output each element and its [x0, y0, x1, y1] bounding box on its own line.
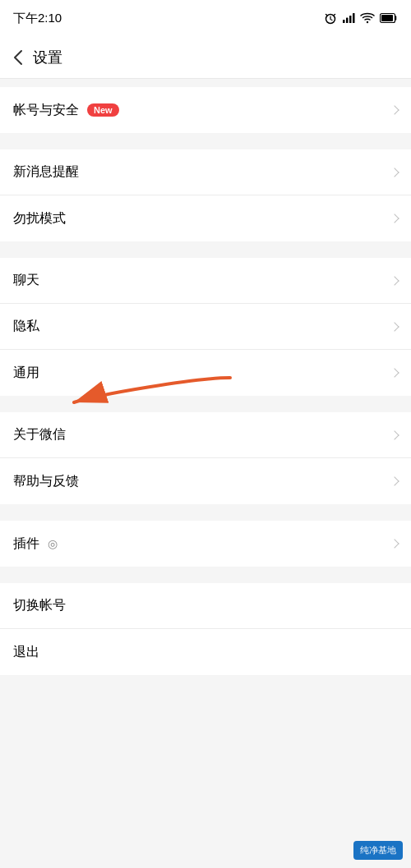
menu-item-general[interactable]: 通用: [0, 350, 411, 396]
chevron-right-icon: [390, 476, 399, 485]
watermark-text: 纯净基地: [360, 845, 396, 855]
privacy-label: 隐私: [13, 318, 39, 335]
menu-item-privacy[interactable]: 隐私: [0, 304, 411, 350]
back-button[interactable]: [13, 49, 23, 66]
chevron-right-icon: [390, 105, 399, 114]
chevron-right-icon: [390, 276, 399, 285]
chevron-right-icon: [390, 539, 399, 548]
page-title: 设置: [33, 48, 62, 67]
back-chevron-icon: [13, 49, 23, 66]
divider-1: [0, 133, 411, 141]
menu-item-account-security[interactable]: 帐号与安全 New: [0, 87, 411, 133]
svg-rect-7: [381, 15, 393, 21]
new-badge: New: [87, 103, 119, 117]
menu-item-help-feedback[interactable]: 帮助与反馈: [0, 458, 411, 504]
about-wechat-label: 关于微信: [13, 426, 66, 443]
menu-item-logout[interactable]: 退出: [0, 629, 411, 675]
alarm-icon: [324, 11, 337, 25]
status-time: 下午2:10: [13, 11, 62, 26]
menu-item-new-message-notify[interactable]: 新消息提醒: [0, 149, 411, 195]
section-account: 帐号与安全 New: [0, 87, 411, 133]
chevron-right-icon: [390, 430, 399, 439]
logout-label: 退出: [13, 644, 39, 661]
chat-label: 聊天: [13, 272, 39, 289]
general-label: 通用: [13, 365, 39, 382]
battery-icon: [380, 12, 398, 24]
divider-4: [0, 504, 411, 512]
status-bar: 下午2:10: [0, 0, 411, 36]
section-notifications: 新消息提醒 勿扰模式: [0, 149, 411, 241]
help-feedback-label: 帮助与反馈: [13, 473, 79, 490]
switch-account-label: 切换帐号: [13, 597, 66, 614]
compass-icon: ◎: [48, 537, 58, 550]
menu-item-about-wechat[interactable]: 关于微信: [0, 412, 411, 458]
divider-5: [0, 567, 411, 575]
svg-rect-1: [343, 20, 345, 23]
svg-rect-3: [349, 16, 352, 23]
svg-point-5: [367, 21, 368, 23]
new-message-notify-label: 新消息提醒: [13, 163, 79, 181]
section-account-actions: 切换帐号 退出: [0, 583, 411, 675]
chevron-right-icon: [390, 368, 399, 377]
do-not-disturb-label: 勿扰模式: [13, 210, 66, 227]
svg-rect-2: [346, 18, 349, 24]
section-plugins: 插件 ◎: [0, 521, 411, 567]
chevron-right-icon: [390, 214, 399, 223]
menu-item-plugins[interactable]: 插件 ◎: [0, 521, 411, 567]
menu-item-chat[interactable]: 聊天: [0, 258, 411, 304]
signal-icon: [342, 11, 355, 25]
chevron-right-icon: [390, 168, 399, 177]
menu-item-switch-account[interactable]: 切换帐号: [0, 583, 411, 629]
section-features: 聊天 隐私 通用: [0, 258, 411, 396]
wifi-icon: [360, 11, 375, 25]
chevron-right-icon: [390, 322, 399, 331]
watermark: 纯净基地: [353, 841, 403, 860]
menu-item-left: 帐号与安全 New: [13, 102, 119, 119]
status-icons: [324, 11, 398, 25]
account-security-label: 帐号与安全: [13, 102, 79, 119]
menu-item-do-not-disturb[interactable]: 勿扰模式: [0, 195, 411, 241]
divider-3: [0, 396, 411, 404]
header: 设置: [0, 36, 411, 79]
plugins-label: 插件: [13, 535, 39, 553]
svg-rect-4: [353, 13, 355, 23]
section-about: 关于微信 帮助与反馈: [0, 412, 411, 504]
divider-2: [0, 241, 411, 250]
